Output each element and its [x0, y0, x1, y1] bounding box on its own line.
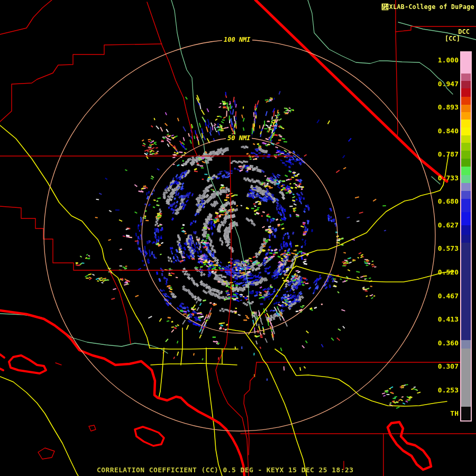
color-scale-block	[461, 340, 471, 349]
highway-line	[181, 328, 182, 365]
scale-tick-label: 0.627	[438, 221, 459, 229]
range-ring-label-100nmi: 100 NMI	[222, 36, 252, 43]
color-scale-block	[461, 175, 471, 183]
scale-tick-label: 0.573	[438, 244, 459, 252]
coast-state-line	[0, 310, 244, 476]
highway-line	[151, 363, 237, 365]
radar-display: NEXLAB-College of DuPage DCC [CC] 100 NM…	[0, 0, 476, 476]
scale-tick-label: 0.680	[438, 197, 459, 205]
range-ring-label-50nmi: 50 NMI	[226, 134, 252, 142]
county-border-line	[244, 362, 257, 455]
county-border-line	[38, 448, 54, 459]
color-scale-block	[461, 74, 471, 81]
product-id-label: DCC	[458, 28, 470, 35]
scale-tick-label: TH	[450, 409, 459, 417]
color-scale-block	[461, 349, 471, 407]
product-field-label: [CC]	[445, 35, 460, 42]
scale-tick-label: 0.520	[438, 268, 459, 276]
highway-line	[0, 377, 78, 476]
coast-state-line	[388, 422, 431, 470]
coast-state-line	[0, 369, 3, 370]
county-border-line	[147, 2, 197, 156]
color-scale-block	[461, 88, 471, 97]
color-scale-block	[461, 243, 471, 340]
scale-tick-label: 0.467	[438, 292, 459, 300]
color-scale-block	[461, 167, 471, 175]
color-scale-block	[461, 127, 471, 135]
scale-tick-label: 0.733	[438, 174, 459, 182]
scale-tick-label: 0.307	[438, 362, 459, 370]
scale-tick-label: 0.787	[438, 150, 459, 158]
scale-tick-label: 0.360	[438, 339, 459, 347]
county-border-line	[0, 206, 231, 270]
color-scale-block	[461, 120, 471, 127]
header: NEXLAB-College of DuPage	[381, 3, 474, 11]
coast-state-line	[255, 0, 447, 181]
box-slash-icon	[381, 3, 389, 11]
color-scale-block	[461, 199, 471, 212]
county-border-line	[216, 156, 249, 476]
coast-state-line	[9, 355, 46, 373]
scale-tick-label: 0.893	[438, 103, 459, 111]
highway-line	[244, 332, 307, 476]
county-border-line	[89, 425, 96, 431]
color-scale-block	[461, 407, 471, 420]
highway-line	[292, 154, 448, 269]
color-scale-block	[461, 183, 471, 191]
river-line	[171, 0, 258, 320]
color-scale-bar	[460, 51, 472, 422]
color-scale-block	[461, 212, 471, 225]
highway-line	[227, 329, 244, 332]
color-scale-block	[461, 81, 471, 88]
scale-tick-label: 0.253	[438, 386, 459, 394]
river-line	[0, 314, 168, 353]
coast-state-line	[0, 354, 4, 358]
scale-tick-label: 1.000	[438, 56, 459, 64]
highway-line	[292, 266, 454, 282]
color-scale-block	[461, 105, 471, 112]
county-border-line	[396, 0, 398, 137]
range-ring	[44, 40, 435, 431]
highway-line	[275, 349, 447, 406]
highway-line	[159, 348, 164, 398]
color-scale-block	[461, 225, 471, 235]
county-border-line	[0, 0, 52, 34]
county-border-line	[0, 44, 162, 122]
color-scale-block	[461, 191, 471, 199]
color-scale-block	[461, 143, 471, 151]
river-line	[308, 0, 453, 94]
range-ring	[142, 138, 337, 333]
brand-text: NEXLAB-College of DuPage	[381, 3, 474, 11]
highway-line	[206, 348, 222, 476]
county-border-line	[56, 363, 61, 365]
color-scale-block	[461, 97, 471, 105]
color-scale-block	[461, 112, 471, 120]
color-scale-block	[461, 151, 471, 159]
coast-state-line	[135, 427, 164, 446]
scale-tick-label: 0.947	[438, 80, 459, 88]
color-scale-block	[461, 52, 471, 74]
map-overlay	[0, 0, 476, 476]
highway-line	[249, 269, 292, 334]
color-scale-block	[461, 235, 471, 243]
color-scale-block	[461, 135, 471, 143]
product-title: CORRELATION COEFFICIENT (CC) 0.5 DEG - K…	[97, 466, 353, 474]
scale-tick-label: 0.840	[438, 127, 459, 135]
color-scale-block	[461, 159, 471, 167]
scale-tick-label: 0.413	[438, 315, 459, 323]
